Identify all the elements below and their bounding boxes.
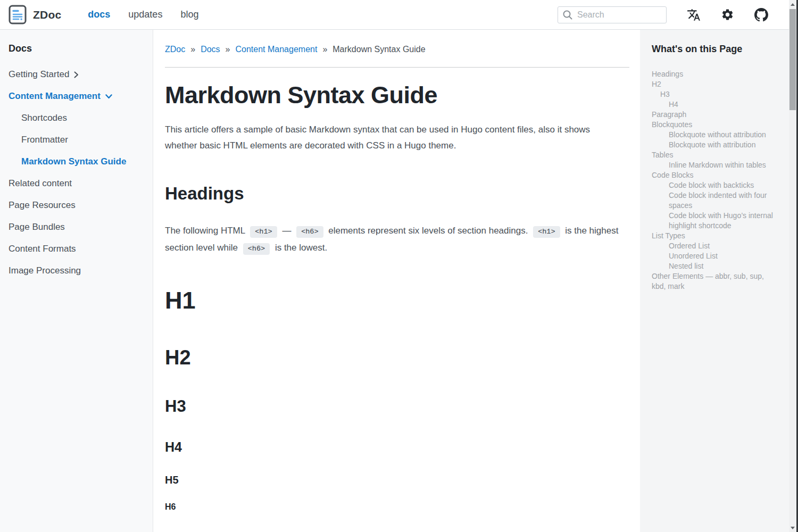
toc-item-tables[interactable]: Tables <box>652 150 779 160</box>
translate-icon[interactable] <box>687 8 701 22</box>
sidebar-item-label: Related content <box>9 178 72 189</box>
toc-item-unordered-list[interactable]: Unordered List <box>652 251 779 261</box>
toc-item-code-block-indented-with-four-spaces[interactable]: Code block indented with four spaces <box>652 190 779 211</box>
sidebar-item-frontmatter[interactable]: Frontmatter <box>9 135 146 145</box>
toc-item-other-elements-abbr-sub-sup-kbd-mark[interactable]: Other Elements — abbr, sub, sup, kbd, ma… <box>652 271 779 292</box>
sidebar-item-content-formats[interactable]: Content Formats <box>9 244 146 254</box>
sidebar-item-label: Page Resources <box>9 200 76 211</box>
headings-paragraph: The following HTML <h1> — <h6> elements … <box>165 223 622 257</box>
breadcrumb-item-content-management[interactable]: Content Management <box>236 45 318 54</box>
brand-name: ZDoc <box>33 9 61 21</box>
nav-link-updates[interactable]: updates <box>128 9 162 20</box>
sidebar-item-label: Frontmatter <box>21 135 68 145</box>
toc-item-headings[interactable]: Headings <box>652 69 779 79</box>
sample-heading-h3: H3 <box>165 397 629 416</box>
breadcrumb-separator: » <box>226 45 230 54</box>
intro-paragraph: This article offers a sample of basic Ma… <box>165 122 622 154</box>
sidebar-item-label: Markdown Syntax Guide <box>21 156 126 167</box>
github-icon[interactable] <box>754 8 768 22</box>
sidebar-item-related-content[interactable]: Related content <box>9 178 146 189</box>
search-box[interactable] <box>558 6 667 23</box>
breadcrumb-item-zdoc[interactable]: ZDoc <box>165 45 185 54</box>
sample-heading-h5: H5 <box>165 474 629 486</box>
sidebar-item-label: Content Management <box>9 91 101 102</box>
toc-panel: What's on this Page HeadingsH2H3H4Paragr… <box>640 30 798 532</box>
toc-item-h4[interactable]: H4 <box>652 99 779 110</box>
page-title: Markdown Syntax Guide <box>165 81 629 109</box>
brand[interactable]: ZDoc <box>9 5 61 24</box>
toc-item-code-block-with-hugo-s-internal-highligh[interactable]: Code block with Hugo’s internal highligh… <box>652 211 779 231</box>
sidebar-item-page-resources[interactable]: Page Resources <box>9 200 146 211</box>
chevron-down-icon <box>105 94 112 99</box>
settings-gear-icon[interactable] <box>721 8 734 21</box>
nav-link-docs[interactable]: docs <box>88 9 110 20</box>
toc-item-h2[interactable]: H2 <box>652 79 779 89</box>
inline-code-chip: <h1> <box>533 226 560 238</box>
sidebar-item-label: Shortcodes <box>21 113 67 123</box>
toc-item-blockquote-without-attribution[interactable]: Blockquote without attribution <box>652 130 779 140</box>
inline-code-chip: <h6> <box>243 243 270 255</box>
breadcrumb-separator: » <box>190 45 195 54</box>
toc-item-paragraph[interactable]: Paragraph <box>652 110 779 120</box>
toc-item-blockquotes[interactable]: Blockquotes <box>652 120 779 130</box>
chevron-right-icon <box>74 71 79 78</box>
section-heading-headings: Headings <box>165 184 629 204</box>
scrollbar-down-arrow-icon[interactable] <box>789 523 796 532</box>
inline-code-chip: <h6> <box>296 226 323 238</box>
toc-item-ordered-list[interactable]: Ordered List <box>652 241 779 251</box>
breadcrumb-separator: » <box>322 45 327 54</box>
search-icon <box>562 10 573 20</box>
article-content: ZDoc»Docs»Content Management»Markdown Sy… <box>153 30 640 532</box>
sidebar-item-label: Page Bundles <box>9 222 65 232</box>
breadcrumb: ZDoc»Docs»Content Management»Markdown Sy… <box>165 45 629 54</box>
toc-item-h3[interactable]: H3 <box>652 89 779 99</box>
vertical-scrollbar[interactable] <box>789 0 796 532</box>
sample-heading-h1: H1 <box>165 287 629 314</box>
sidebar-item-getting-started[interactable]: Getting Started <box>9 69 146 80</box>
toc-item-list-types[interactable]: List Types <box>652 231 779 241</box>
sidebar-item-markdown-syntax-guide[interactable]: Markdown Syntax Guide <box>9 156 146 167</box>
sidebar-item-shortcodes[interactable]: Shortcodes <box>9 113 146 123</box>
sidebar-item-label: Content Formats <box>9 244 76 254</box>
sample-heading-h4: H4 <box>165 439 629 455</box>
toc-item-nested-list[interactable]: Nested list <box>652 261 779 271</box>
toc-item-code-block-with-backticks[interactable]: Code block with backticks <box>652 180 779 190</box>
toc-title: What's on this Page <box>652 44 787 55</box>
sidebar-title: Docs <box>9 43 146 54</box>
nav-link-blog[interactable]: blog <box>180 9 198 20</box>
scrollbar-up-arrow-icon[interactable] <box>789 0 796 9</box>
primary-nav: docsupdatesblog <box>88 9 198 20</box>
sidebar-item-label: Image Processing <box>9 265 81 276</box>
toc-item-blockquote-with-attribution[interactable]: Blockquote with attribution <box>652 140 779 150</box>
zdoc-logo-icon <box>9 5 27 24</box>
top-navbar: ZDoc docsupdatesblog <box>0 0 798 30</box>
toc-item-code-blocks[interactable]: Code Blocks <box>652 170 779 180</box>
sample-heading-h6: H6 <box>165 502 629 512</box>
search-input[interactable] <box>577 10 657 20</box>
sidebar-item-content-management[interactable]: Content Management <box>9 91 146 102</box>
scrollbar-thumb[interactable] <box>789 9 796 110</box>
docs-sidebar: Docs Getting StartedContent ManagementSh… <box>0 30 153 532</box>
toc-item-inline-markdown-within-tables[interactable]: Inline Markdown within tables <box>652 160 779 170</box>
sidebar-item-label: Getting Started <box>9 69 69 80</box>
breadcrumb-item-markdown-syntax-guide: Markdown Syntax Guide <box>332 45 425 54</box>
inline-code-chip: <h1> <box>250 226 277 238</box>
breadcrumb-divider <box>165 67 629 68</box>
sidebar-item-page-bundles[interactable]: Page Bundles <box>9 222 146 232</box>
sample-heading-h2: H2 <box>165 346 629 369</box>
breadcrumb-item-docs[interactable]: Docs <box>201 45 220 54</box>
sidebar-item-image-processing[interactable]: Image Processing <box>9 265 146 276</box>
